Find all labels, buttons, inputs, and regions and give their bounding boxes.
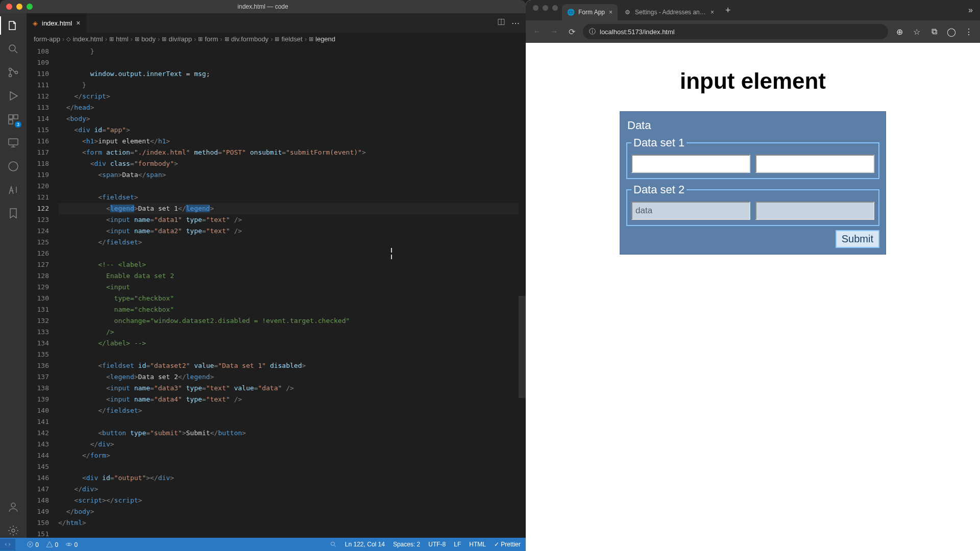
code-editor[interactable]: 1081091101111121131141151161171181191201…	[27, 46, 526, 538]
source-control-icon[interactable]	[6, 65, 20, 80]
rendered-page: input element Data Data set 1 Data set 2…	[526, 43, 980, 551]
extensions-icon[interactable]: 3	[6, 112, 20, 127]
close-tab-icon[interactable]: ×	[609, 9, 612, 16]
page-heading: input element	[680, 68, 826, 94]
close-window-button[interactable]	[6, 4, 12, 10]
fieldset-dataset2: Data set 2	[626, 183, 879, 226]
svg-point-0	[9, 45, 15, 51]
legend-dataset2: Data set 2	[631, 183, 687, 196]
chrome-window: 🌐 Form App × ⚙ Settings - Addresses and …	[526, 0, 980, 551]
testing-icon[interactable]	[6, 159, 20, 173]
status-cursor[interactable]: Ln 122, Col 14	[345, 541, 385, 548]
svg-point-9	[11, 503, 15, 507]
chrome-tab-formapp[interactable]: 🌐 Form App ×	[562, 4, 618, 20]
status-lang[interactable]: HTML	[469, 541, 486, 548]
editor-area: ◈ index.html × ⋯ form-app› ◇index.html› …	[27, 13, 526, 538]
extensions-puzzle-icon[interactable]: ⧉	[928, 27, 940, 36]
status-find-icon[interactable]	[330, 541, 337, 548]
search-icon[interactable]	[6, 42, 20, 56]
zoom-window-button[interactable]	[27, 4, 33, 10]
inactive-minimize-button[interactable]	[543, 5, 548, 11]
url-text: localhost:5173/index.html	[600, 28, 675, 36]
split-editor-icon[interactable]	[497, 18, 505, 28]
input-data1[interactable]	[631, 155, 750, 173]
svg-point-14	[331, 542, 334, 545]
svg-rect-5	[14, 115, 18, 119]
activity-bar: 3	[0, 13, 27, 538]
inactive-zoom-button[interactable]	[552, 5, 558, 11]
svg-point-10	[12, 529, 15, 532]
legend-dataset1: Data set 1	[631, 136, 687, 149]
remote-indicator[interactable]	[0, 539, 15, 550]
back-button[interactable]: ←	[531, 27, 543, 36]
site-info-icon[interactable]: ⓘ	[589, 27, 596, 36]
extensions-badge: 3	[15, 121, 21, 128]
svg-point-13	[68, 543, 70, 545]
html-file-icon: ◈	[33, 19, 38, 27]
chrome-window-menu-icon[interactable]: »	[961, 6, 980, 15]
close-tab-icon[interactable]: ×	[76, 19, 80, 27]
svg-rect-7	[9, 139, 18, 145]
profile-avatar-icon[interactable]: ◯	[945, 27, 958, 37]
svg-rect-6	[9, 120, 13, 124]
bookmark-star-icon[interactable]: ☆	[911, 27, 923, 37]
status-encoding[interactable]: UTF-8	[428, 541, 446, 548]
vscode-window: index.html — code 3	[0, 0, 526, 551]
svg-point-1	[9, 68, 12, 71]
status-eol[interactable]: LF	[454, 541, 461, 548]
status-ports[interactable]: 0	[65, 541, 78, 548]
inactive-close-button[interactable]	[533, 5, 538, 11]
reload-button[interactable]: ⟳	[566, 27, 578, 37]
gear-icon: ⚙	[624, 9, 631, 16]
explorer-icon[interactable]	[6, 18, 20, 33]
svg-rect-4	[9, 115, 13, 119]
mac-titlebar: index.html — code	[0, 0, 526, 13]
chrome-tab-settings[interactable]: ⚙ Settings - Addresses and m… ×	[619, 4, 719, 20]
settings-gear-icon[interactable]	[6, 523, 20, 538]
window-title: index.html — code	[0, 3, 526, 10]
address-bar[interactable]: ⓘ localhost:5173/index.html	[583, 24, 888, 39]
svg-point-8	[9, 162, 18, 171]
globe-icon: 🌐	[567, 9, 574, 16]
status-spaces[interactable]: Spaces: 2	[393, 541, 420, 548]
svg-point-2	[9, 74, 12, 77]
fieldset-dataset1: Data set 1	[626, 136, 879, 179]
status-prettier[interactable]: ✓ Prettier	[494, 541, 521, 548]
chrome-toolbar: ← → ⟳ ⓘ localhost:5173/index.html ⊕ ☆ ⧉ …	[526, 20, 980, 43]
zoom-icon[interactable]: ⊕	[893, 27, 905, 37]
minimize-window-button[interactable]	[16, 4, 22, 10]
status-warnings[interactable]: 0	[46, 541, 58, 548]
input-data3	[631, 202, 750, 220]
status-bar: 0 0 0 Ln 122, Col 14 Spaces: 2 UTF-8 LF …	[0, 538, 526, 551]
submit-button[interactable]: Submit	[836, 230, 879, 248]
status-errors[interactable]: 0	[27, 541, 39, 548]
input-data4	[755, 202, 874, 220]
chrome-menu-icon[interactable]: ⋮	[963, 27, 975, 37]
live-share-icon[interactable]	[6, 183, 20, 197]
close-tab-icon[interactable]: ×	[710, 9, 714, 16]
bookmarks-icon[interactable]	[6, 206, 20, 220]
new-tab-button[interactable]: +	[720, 5, 736, 16]
input-data2[interactable]	[755, 155, 874, 173]
form-label: Data	[627, 119, 878, 132]
more-actions-icon[interactable]: ⋯	[511, 18, 520, 28]
svg-point-3	[15, 71, 18, 74]
formbody: Data Data set 1 Data set 2 Submit	[620, 111, 886, 255]
run-debug-icon[interactable]	[6, 89, 20, 103]
tab-label: index.html	[42, 19, 72, 27]
breadcrumb[interactable]: form-app› ◇index.html› ⊞html› ⊞body› ⊞di…	[27, 33, 526, 46]
forward-button[interactable]: →	[548, 27, 560, 36]
remote-explorer-icon[interactable]	[6, 136, 20, 150]
scrollbar[interactable]	[519, 46, 526, 538]
editor-tabs: ◈ index.html × ⋯	[27, 13, 526, 33]
tab-index-html[interactable]: ◈ index.html ×	[27, 13, 87, 33]
chrome-tabstrip: 🌐 Form App × ⚙ Settings - Addresses and …	[526, 0, 980, 20]
accounts-icon[interactable]	[6, 500, 20, 514]
